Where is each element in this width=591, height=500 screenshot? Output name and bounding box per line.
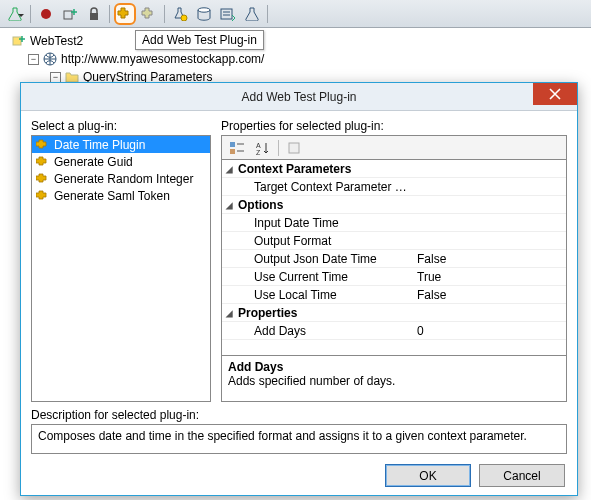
list-item-label: Generate Saml Token [54, 189, 170, 203]
property-row[interactable]: Use Current TimeTrue [222, 268, 566, 286]
dialog-title: Add Web Test Plug-in [242, 90, 357, 104]
svg-point-3 [181, 15, 187, 21]
plugin-description-label: Description for selected plug-in: [31, 408, 567, 422]
property-name: Use Local Time [236, 288, 411, 302]
property-row[interactable]: Target Context Parameter Nam [222, 178, 566, 196]
tree-url-node[interactable]: − http://www.myawesomestockapp.com/ [28, 50, 585, 68]
svg-rect-9 [230, 149, 235, 154]
svg-point-4 [198, 7, 210, 11]
property-category[interactable]: ◢Properties [222, 304, 566, 322]
plugin-icon [36, 156, 50, 168]
property-name: Target Context Parameter Nam [236, 180, 411, 194]
svg-rect-6 [13, 37, 21, 45]
toolbar-separator [267, 5, 268, 23]
alphabetical-button[interactable]: AZ [252, 138, 274, 158]
properties-label: Properties for selected plug-in: [221, 119, 567, 133]
tree-root-label: WebTest2 [30, 34, 83, 48]
list-item-label: Generate Guid [54, 155, 133, 169]
property-category[interactable]: ◢Context Parameters [222, 160, 566, 178]
webtest-tree: WebTest2 − http://www.myawesomestockapp.… [0, 28, 591, 90]
category-name: Properties [236, 306, 411, 320]
property-row[interactable]: Add Days0 [222, 322, 566, 340]
main-toolbar [0, 0, 591, 28]
property-name: Add Days [236, 324, 411, 338]
collapse-icon[interactable]: ◢ [222, 306, 236, 320]
property-row[interactable]: Output Format [222, 232, 566, 250]
toolbar-separator [109, 5, 110, 23]
property-value[interactable]: False [411, 288, 566, 302]
plugin-icon [36, 139, 50, 151]
svg-rect-5 [221, 9, 232, 19]
property-row[interactable]: Output Json Date TimeFalse [222, 250, 566, 268]
parameterize-button[interactable] [217, 3, 239, 25]
property-pages-button[interactable] [283, 138, 305, 158]
add-request-plugin-button[interactable] [138, 3, 160, 25]
property-category[interactable]: ◢Options [222, 196, 566, 214]
list-item[interactable]: Generate Saml Token [32, 187, 210, 204]
plugin-icon [36, 173, 50, 185]
property-value[interactable]: True [411, 270, 566, 284]
property-name: Output Format [236, 234, 411, 248]
category-name: Options [236, 198, 411, 212]
propertygrid-toolbar: AZ [221, 135, 567, 159]
flask-dropdown-button[interactable] [4, 3, 26, 25]
collapse-icon[interactable]: − [28, 54, 39, 65]
svg-point-0 [41, 9, 51, 19]
list-item-label: Date Time Plugin [54, 138, 145, 152]
plugin-icon [36, 190, 50, 202]
add-recording-button[interactable] [59, 3, 81, 25]
close-icon [549, 88, 561, 100]
property-row[interactable]: Use Local TimeFalse [222, 286, 566, 304]
property-value[interactable]: False [411, 252, 566, 266]
svg-rect-8 [230, 142, 235, 147]
lock-button[interactable] [83, 3, 105, 25]
plugin-description-box: Composes date and time in the specified … [31, 424, 567, 454]
collapse-icon[interactable]: ◢ [222, 198, 236, 212]
add-web-test-plugin-button[interactable] [114, 3, 136, 25]
webtest-icon [12, 34, 26, 48]
property-name: Output Json Date Time [236, 252, 411, 266]
svg-rect-2 [90, 13, 98, 20]
property-name: Input Date Time [236, 216, 411, 230]
property-row[interactable]: Input Date Time [222, 214, 566, 232]
cancel-button[interactable]: Cancel [479, 464, 565, 487]
list-item[interactable]: Generate Random Integer [32, 170, 210, 187]
list-item[interactable]: Date Time Plugin [32, 136, 210, 153]
svg-rect-12 [289, 143, 299, 153]
list-item-label: Generate Random Integer [54, 172, 193, 186]
tree-root[interactable]: WebTest2 [12, 32, 585, 50]
svg-rect-1 [64, 11, 72, 19]
property-description-pane: Add Days Adds specified number of days. [222, 355, 566, 401]
categorized-button[interactable] [226, 138, 248, 158]
generate-code-button[interactable] [241, 3, 263, 25]
dialog-titlebar[interactable]: Add Web Test Plug-in [21, 83, 577, 111]
toolbar-separator [30, 5, 31, 23]
plugin-list[interactable]: Date Time PluginGenerate GuidGenerate Ra… [31, 135, 211, 402]
add-datasource-button[interactable] [193, 3, 215, 25]
collapse-icon[interactable]: ◢ [222, 162, 236, 176]
property-value[interactable]: 0 [411, 324, 566, 338]
svg-text:Z: Z [256, 149, 261, 155]
svg-text:A: A [256, 142, 261, 149]
plugin-description-text: Composes date and time in the specified … [38, 429, 527, 443]
toolbar-separator [164, 5, 165, 23]
add-plugin-dialog: Add Web Test Plug-in Select a plug-in: D… [20, 82, 578, 496]
collapse-icon[interactable]: − [50, 72, 61, 83]
property-desc-text: Adds specified number of days. [228, 374, 560, 388]
category-name: Context Parameters [236, 162, 411, 176]
property-grid[interactable]: ◢Context ParametersTarget Context Parame… [222, 160, 566, 355]
record-button[interactable] [35, 3, 57, 25]
property-name: Use Current Time [236, 270, 411, 284]
list-item[interactable]: Generate Guid [32, 153, 210, 170]
ok-button[interactable]: OK [385, 464, 471, 487]
property-desc-title: Add Days [228, 360, 560, 374]
toolbar-separator [278, 140, 279, 156]
tree-url-label: http://www.myawesomestockapp.com/ [61, 52, 264, 66]
set-credentials-button[interactable] [169, 3, 191, 25]
select-plugin-label: Select a plug-in: [31, 119, 211, 133]
close-button[interactable] [533, 83, 577, 105]
globe-icon [43, 52, 57, 66]
toolbar-tooltip: Add Web Test Plug-in [135, 30, 264, 50]
